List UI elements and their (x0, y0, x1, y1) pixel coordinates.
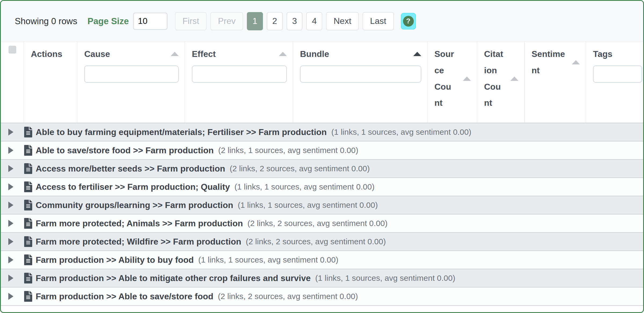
pagination-toolbar: Showing 0 rows Page Size First Prev 1234… (1, 1, 643, 42)
group-title: Able to save/store food >> Farm producti… (36, 145, 214, 155)
expand-caret-icon[interactable] (8, 293, 13, 300)
expand-caret-icon[interactable] (8, 129, 13, 136)
table-header-row: ActionsCauseEffectBundleSource CountCita… (1, 42, 643, 123)
filter-input-bundle[interactable] (300, 65, 421, 83)
group-row[interactable]: Farm production >> Ability to buy food(1… (1, 251, 643, 269)
document-icon (24, 145, 32, 156)
pagination-page-button-3[interactable]: 3 (287, 12, 303, 30)
document-icon (24, 273, 32, 283)
group-title: Farm production >> Able to save/store fo… (36, 292, 213, 301)
page-size-input[interactable] (133, 13, 167, 30)
pagination-first-button[interactable]: First (175, 12, 207, 30)
select-all-checkbox[interactable] (9, 46, 16, 53)
sort-arrow-icon (463, 77, 471, 81)
sort-arrow-icon (572, 60, 580, 64)
group-meta: (2 links, 2 sources, avg sentiment 0.00) (218, 292, 358, 301)
group-title: Access to fertiliser >> Farm production;… (36, 182, 230, 192)
column-header-citation-count[interactable]: Citation Count (477, 42, 525, 123)
help-button[interactable]: ? (401, 13, 416, 30)
table-body: Able to buy farming equipment/materials;… (1, 123, 643, 306)
expand-caret-icon[interactable] (8, 183, 13, 190)
row-count-status: Showing 0 rows (15, 16, 77, 26)
group-title: Farm more protected; Wildfire >> Farm pr… (36, 237, 241, 247)
sort-arrow-icon (171, 52, 179, 56)
sort-arrow-icon (413, 52, 421, 56)
document-icon (24, 200, 32, 210)
group-row[interactable]: Farm production >> Able to mitigate othe… (1, 269, 643, 287)
expand-caret-icon[interactable] (8, 256, 13, 263)
pagination-last-button[interactable]: Last (363, 12, 394, 30)
group-row[interactable]: Farm production >> Able to save/store fo… (1, 287, 643, 306)
group-row[interactable]: Able to save/store food >> Farm producti… (1, 141, 643, 160)
filter-input-tags[interactable] (593, 65, 642, 83)
expand-caret-icon[interactable] (8, 238, 13, 245)
document-icon (24, 254, 32, 265)
pagination-page-button-1[interactable]: 1 (247, 12, 263, 30)
document-icon (24, 163, 32, 174)
filter-input-cause[interactable] (84, 65, 179, 83)
pagination-page-button-2[interactable]: 2 (267, 12, 283, 30)
pagination-page-button-4[interactable]: 4 (306, 12, 322, 30)
group-meta: (2 links, 2 sources, avg sentiment 0.00) (247, 219, 387, 228)
page-size-label: Page Size (87, 16, 129, 26)
group-row[interactable]: Farm more protected; Animals >> Farm pro… (1, 214, 643, 233)
column-title-effect: Effect (192, 46, 216, 62)
document-icon (24, 218, 32, 229)
expand-caret-icon[interactable] (8, 147, 13, 154)
group-meta: (1 links, 1 sources, avg sentiment 0.00) (238, 201, 378, 210)
expand-caret-icon[interactable] (8, 275, 13, 282)
column-title-citation-count: Citation Count (484, 46, 505, 111)
linkages-table-panel: Showing 0 rows Page Size First Prev 1234… (0, 0, 644, 313)
expand-caret-icon[interactable] (8, 165, 13, 172)
pagination-prev-button[interactable]: Prev (210, 12, 243, 30)
group-title: Access more/better seeds >> Farm product… (36, 164, 225, 174)
group-row[interactable]: Access more/better seeds >> Farm product… (1, 160, 643, 178)
group-meta: (2 links, 1 sources, avg sentiment 0.00) (218, 146, 358, 155)
document-icon (24, 127, 32, 137)
group-meta: (1 links, 1 sources, avg sentiment 0.00) (331, 128, 471, 137)
group-meta: (1 links, 1 sources, avg sentiment 0.00) (315, 274, 455, 283)
column-header-actions: Actions (24, 42, 77, 123)
group-title: Community groups/learning >> Farm produc… (36, 200, 233, 210)
column-header-bundle[interactable]: Bundle (293, 42, 427, 123)
column-header-effect[interactable]: Effect (185, 42, 293, 123)
group-title: Farm more protected; Animals >> Farm pro… (36, 219, 243, 228)
column-header-source-count[interactable]: Source Count (427, 42, 477, 123)
column-header-cause[interactable]: Cause (77, 42, 185, 123)
group-meta: (1 links, 1 sources, avg sentiment 0.00) (198, 255, 338, 264)
group-title: Farm production >> Able to mitigate othe… (36, 273, 311, 283)
document-icon (24, 236, 32, 247)
sort-arrow-icon (510, 77, 518, 81)
group-row[interactable]: Able to buy farming equipment/materials;… (1, 123, 643, 141)
expand-caret-icon[interactable] (8, 202, 13, 209)
column-title-tags: Tags (593, 46, 612, 62)
document-icon (24, 291, 32, 302)
column-title-sentiment: Sentiment (532, 46, 569, 79)
pagination-next-button[interactable]: Next (326, 12, 359, 30)
group-row[interactable]: Access to fertiliser >> Farm production;… (1, 178, 643, 196)
filter-input-effect[interactable] (192, 65, 287, 83)
group-title: Farm production >> Ability to buy food (36, 255, 194, 265)
group-meta: (2 links, 2 sources, avg sentiment 0.00) (230, 164, 370, 173)
group-row[interactable]: Farm more protected; Wildfire >> Farm pr… (1, 233, 643, 251)
group-title: Able to buy farming equipment/materials;… (36, 127, 327, 137)
column-header-select (1, 42, 24, 123)
group-meta: (2 links, 2 sources, avg sentiment 0.00) (246, 237, 386, 246)
group-meta: (1 links, 1 sources, avg sentiment 0.00) (235, 182, 375, 191)
question-mark-icon: ? (403, 16, 414, 27)
column-title-cause: Cause (84, 46, 110, 62)
column-title-bundle: Bundle (300, 46, 329, 62)
column-header-tags: Tags (586, 42, 643, 123)
sort-arrow-icon (279, 52, 287, 56)
expand-caret-icon[interactable] (8, 220, 13, 227)
column-title-source-count: Source Count (434, 46, 455, 111)
document-icon (24, 181, 32, 192)
column-header-sentiment[interactable]: Sentiment (525, 42, 586, 123)
column-title-actions: Actions (31, 46, 62, 62)
group-row[interactable]: Community groups/learning >> Farm produc… (1, 196, 643, 214)
